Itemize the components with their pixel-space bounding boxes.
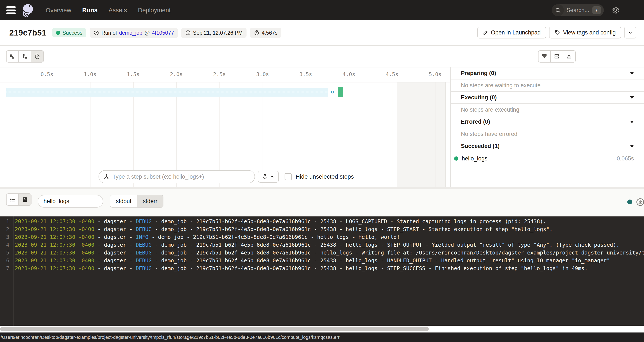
axis-gridline: [435, 82, 436, 187]
log-line: 52023-09-21 12:07:30 -0400 - dagster - D…: [0, 249, 644, 256]
log-file-path: /Users/erincochran/Desktop/dagster-examp…: [1, 334, 340, 340]
waterfall-gantt-icon: [22, 53, 28, 60]
log-line: 22023-09-21 12:07:30 -0400 - dagster - D…: [0, 225, 644, 233]
hide-unselected-checkbox[interactable]: [284, 173, 292, 180]
step-marker-circle: [331, 91, 334, 94]
log-separator: - dagster -: [94, 226, 136, 232]
global-search[interactable]: /: [552, 4, 604, 16]
tab-stderr[interactable]: stderr: [138, 195, 163, 207]
raw-log-view-button[interactable]: [19, 194, 31, 205]
job-link[interactable]: demo_job: [119, 30, 142, 36]
open-in-launchpad-button[interactable]: Open in Launchpad: [478, 27, 546, 38]
expand-up-button[interactable]: [563, 51, 575, 62]
log-level: DEBUG: [136, 250, 152, 256]
log-timestamp: 2023-09-21 12:07:30 -0400: [15, 234, 94, 240]
step-name: hello_logs: [462, 155, 488, 162]
log-line-text: 2023-09-21 12:07:30 -0400 - dagster - DE…: [9, 256, 610, 264]
structured-log-view-button[interactable]: [6, 194, 19, 205]
log-timestamp: 2023-09-21 12:07:30 -0400: [15, 250, 94, 256]
axis-tick-label: 4.0s: [342, 71, 355, 77]
search-input[interactable]: [566, 7, 590, 14]
scrollbar-thumb[interactable]: [0, 327, 429, 331]
nav-overview[interactable]: Overview: [46, 7, 71, 14]
chevron-down-icon: [630, 72, 634, 74]
hide-unselected-control: Hide unselected steps: [284, 173, 354, 180]
step-section-header[interactable]: Preparing (0): [451, 68, 644, 80]
waterfall-view-button[interactable]: [19, 51, 31, 62]
clock-icon: [185, 30, 191, 36]
chevron-down-icon: [630, 121, 634, 123]
log-level: DEBUG: [136, 226, 152, 232]
raw-log-output: 12023-09-21 12:07:30 -0400 - dagster - D…: [0, 216, 644, 326]
split-panes-icon: [554, 53, 560, 60]
search-icon: [552, 4, 564, 16]
split-even-button[interactable]: [551, 51, 563, 62]
step-section-title: Preparing (0): [461, 70, 496, 76]
primary-nav: Overview Runs Assets Deployment: [46, 7, 170, 14]
nav-deployment[interactable]: Deployment: [138, 7, 170, 14]
view-tags-config-button[interactable]: View tags and config: [549, 27, 621, 38]
nav-runs[interactable]: Runs: [82, 7, 98, 14]
settings-gear-icon[interactable]: [611, 6, 619, 14]
log-step-filter[interactable]: [38, 195, 103, 208]
download-log-button[interactable]: [636, 198, 644, 206]
axis-tick-label: 1.0s: [84, 71, 96, 77]
panel-splitter[interactable]: [0, 187, 644, 190]
snapshot-link[interactable]: 4f105077: [152, 30, 174, 36]
axis-gridline: [306, 82, 306, 187]
log-line-number: 7: [0, 264, 9, 272]
op-selector-icon: [103, 174, 110, 180]
run-gantt-region: 0.5s1.0s1.5s2.0s2.5s3.0s3.5s4.0s4.5s5.0s…: [0, 68, 644, 187]
step-section-empty-text: No steps have errored: [451, 128, 644, 140]
axis-tick-label: 2.5s: [213, 71, 226, 77]
step-status-panel: Preparing (0)No steps are waiting to exe…: [451, 68, 644, 187]
step-section-title: Succeeded (1): [461, 143, 500, 150]
log-line-text: 2023-09-21 12:07:30 -0400 - dagster - DE…: [9, 225, 553, 233]
gantt-step-bar-hello-logs[interactable]: [338, 87, 343, 97]
run-more-actions-button[interactable]: [624, 27, 636, 38]
tab-stdout[interactable]: stdout: [110, 195, 138, 207]
graph-query-toggle-button[interactable]: [258, 171, 279, 183]
layers-icon: [262, 174, 268, 180]
tag-icon: [554, 30, 560, 36]
step-section-header[interactable]: Executing (0): [451, 92, 644, 104]
axis-tick-label: 1.5s: [127, 71, 140, 77]
status-dot-icon: [56, 31, 60, 35]
step-duration: 0.065s: [617, 155, 634, 162]
axis-gridline: [90, 82, 90, 187]
step-subset-input[interactable]: [112, 174, 250, 180]
log-timestamp: 2023-09-21 12:07:30 -0400: [15, 226, 94, 232]
chevron-down-icon: [630, 96, 634, 99]
nav-assets[interactable]: Assets: [108, 7, 127, 14]
log-section: stdout stderr 12023-09-21 12:07:30 -0400…: [0, 190, 644, 326]
run-status-badge: Success: [52, 28, 86, 38]
step-row[interactable]: hello_logs0.065s: [451, 152, 644, 165]
log-level: DEBUG: [136, 265, 152, 272]
log-message: - demo_job - 219c7b51-b62f-4e5b-8de8-0e7…: [152, 250, 644, 256]
step-waiting-band: [6, 88, 328, 96]
run-header: 219c7b51 Success Run of demo_job @ 4f105…: [0, 20, 644, 46]
log-view-mode-group: [6, 194, 32, 206]
log-step-filter-input[interactable]: [44, 198, 97, 204]
collapse-down-button[interactable]: [538, 51, 551, 62]
timed-view-button[interactable]: [31, 51, 43, 62]
axis-gridline: [392, 82, 392, 187]
step-section-header[interactable]: Succeeded (1): [451, 140, 644, 152]
history-icon: [94, 30, 99, 36]
gantt-time-axis: 0.5s1.0s1.5s2.0s2.5s3.0s3.5s4.0s4.5s5.0s: [0, 68, 450, 82]
log-line: 42023-09-21 12:07:30 -0400 - dagster - D…: [0, 241, 644, 249]
log-message: - demo_job - 219c7b51-b62f-4e5b-8de8-0e7…: [152, 218, 546, 224]
step-section-title: Executing (0): [461, 94, 497, 101]
stopwatch-icon: [34, 53, 40, 60]
menu-icon[interactable]: [6, 6, 16, 14]
list-icon: [9, 196, 16, 203]
after-run-shading: [397, 82, 446, 187]
log-message: - demo_job - 219c7b51-b62f-4e5b-8de8-0e7…: [152, 242, 620, 248]
log-path-statusbar: /Users/erincochran/Desktop/dagster-examp…: [0, 332, 644, 342]
gutter-divider: [13, 216, 14, 326]
log-level: INFO: [136, 234, 148, 240]
flat-view-button[interactable]: [6, 51, 19, 62]
dagster-logo-icon[interactable]: [21, 3, 35, 17]
log-message: - demo_job - 219c7b51-b62f-4e5b-8de8-0e7…: [152, 258, 610, 264]
step-section-header[interactable]: Errored (0): [451, 116, 644, 128]
